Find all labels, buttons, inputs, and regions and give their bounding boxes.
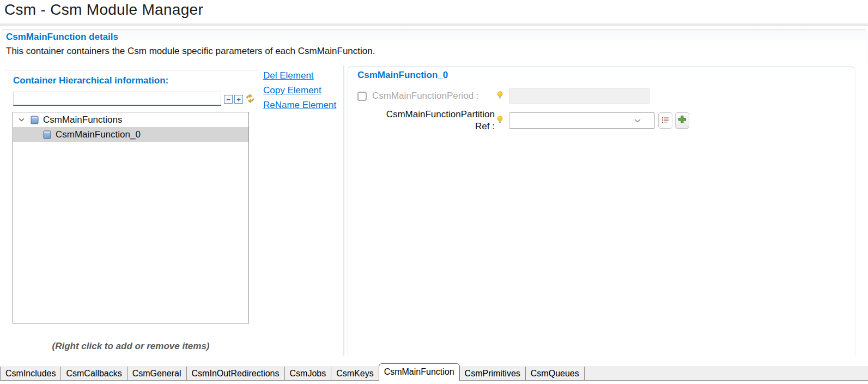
tab-csmincludes[interactable]: CsmIncludes bbox=[0, 367, 61, 380]
tree-filter-row: − + bbox=[13, 92, 255, 106]
tree-filter-input[interactable] bbox=[13, 92, 221, 106]
partition-label-zone: CsmMainFunctionPartition Ref : bbox=[357, 109, 495, 133]
tab-csminoutredirections[interactable]: CsmInOutRedirections bbox=[187, 367, 285, 380]
period-label: CsmMainFunctionPeriod : bbox=[372, 91, 479, 101]
chevron-down-icon[interactable] bbox=[19, 118, 26, 122]
tree-row-selected[interactable]: CsmMainFunction_0 bbox=[13, 127, 248, 142]
delete-element-link[interactable]: Del Element bbox=[263, 70, 336, 81]
period-field-row: CsmMainFunctionPeriod : bbox=[357, 88, 855, 104]
tab-csmjobs[interactable]: CsmJobs bbox=[285, 367, 332, 380]
lightbulb-icon bbox=[497, 91, 503, 101]
tree-hint-text: (Right click to add or remove items) bbox=[13, 341, 249, 352]
tree-node-label: CsmMainFunction_0 bbox=[56, 129, 141, 140]
refresh-icon bbox=[245, 94, 255, 105]
page-title: Csm - Csm Module Manager bbox=[4, 1, 203, 19]
element-actions: Del Element Copy Element ReName Element bbox=[263, 70, 336, 111]
tab-csmcallbacks[interactable]: CsmCallbacks bbox=[61, 367, 127, 380]
section-description: This container containers the Csm module… bbox=[6, 46, 866, 57]
container-hierarchy-group: Container Hierarchical information: − + bbox=[4, 70, 258, 356]
lightbulb-icon bbox=[497, 116, 503, 126]
tab-csmkeys[interactable]: CsmKeys bbox=[331, 367, 379, 380]
tab-csmmainfunction[interactable]: CsmMainFunction bbox=[379, 363, 460, 381]
module-tab-bar: CsmIncludes CsmCallbacks CsmGeneral CsmI… bbox=[0, 367, 868, 381]
period-label-zone: CsmMainFunctionPeriod : bbox=[357, 91, 495, 101]
plus-icon bbox=[678, 115, 687, 126]
tree-node-label: CsmMainFunctions bbox=[43, 115, 123, 125]
collapse-all-icon: − bbox=[226, 96, 230, 103]
period-enable-checkbox[interactable] bbox=[357, 92, 367, 101]
partition-ref-combobox[interactable] bbox=[509, 112, 655, 129]
bullet-list-icon bbox=[661, 116, 669, 125]
container-node-icon bbox=[43, 130, 51, 139]
expand-all-icon: + bbox=[236, 96, 241, 103]
container-node-icon bbox=[31, 116, 39, 124]
rename-element-link[interactable]: ReName Element bbox=[263, 100, 336, 111]
tab-csmgeneral[interactable]: CsmGeneral bbox=[128, 367, 187, 380]
chevron-down-icon bbox=[634, 119, 641, 123]
csm-module-manager-window: Csm - Csm Module Manager CsmMainFunction… bbox=[0, 0, 868, 384]
hierarchy-group-title: Container Hierarchical information: bbox=[13, 75, 258, 86]
copy-element-link[interactable]: Copy Element bbox=[263, 85, 336, 96]
panel-divider bbox=[343, 65, 344, 356]
section-title: CsmMainFunction details bbox=[6, 32, 866, 43]
header-divider bbox=[0, 23, 868, 26]
collapse-all-button[interactable]: − bbox=[224, 95, 233, 104]
partition-ref-field-row: CsmMainFunctionPartition Ref : bbox=[357, 109, 855, 133]
period-input[interactable] bbox=[509, 88, 650, 104]
refresh-button[interactable] bbox=[245, 94, 255, 104]
detail-panel-title: CsmMainFunction_0 bbox=[357, 70, 855, 81]
expand-all-button[interactable]: + bbox=[234, 95, 243, 104]
partition-ref-label: CsmMainFunctionPartition Ref : bbox=[357, 109, 495, 133]
tab-csmqueues[interactable]: CsmQueues bbox=[526, 367, 585, 380]
tab-csmprimitives[interactable]: CsmPrimitives bbox=[460, 367, 526, 380]
details-section: CsmMainFunction details This container c… bbox=[2, 29, 866, 63]
ref-list-button[interactable] bbox=[658, 112, 672, 129]
tree-toolbar: − + bbox=[224, 94, 255, 104]
tree-row-root[interactable]: CsmMainFunctions bbox=[13, 112, 248, 127]
hierarchy-tree[interactable]: CsmMainFunctions CsmMainFunction_0 bbox=[13, 112, 249, 323]
detail-panel: CsmMainFunction_0 CsmMainFunctionPeriod … bbox=[347, 67, 855, 356]
add-ref-button[interactable] bbox=[675, 112, 689, 129]
